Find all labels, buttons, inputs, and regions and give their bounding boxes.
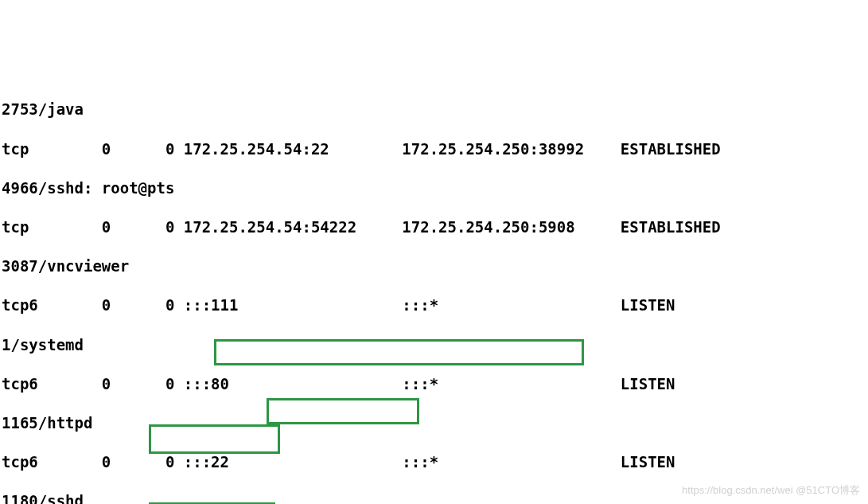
output-line: 3087/vncviewer: [2, 256, 866, 276]
output-line: 2753/java: [2, 100, 866, 119]
output-line: 4966/sshd: root@pts: [2, 178, 866, 198]
output-line: tcp 0 0 172.25.254.54:22 172.25.254.250:…: [2, 139, 866, 159]
output-line: tcp 0 0 172.25.254.54:54222 172.25.254.2…: [2, 217, 866, 237]
terminal-output[interactable]: 2753/java tcp 0 0 172.25.254.54:22 172.2…: [2, 80, 866, 504]
output-line: tcp6 0 0 :::80 :::* LISTEN: [2, 374, 866, 394]
watermark-text: https://blog.csdn.net/wei @51CTO博客: [682, 484, 860, 498]
output-line: 1165/httpd: [2, 413, 866, 433]
output-line: tcp6 0 0 :::111 :::* LISTEN: [2, 295, 866, 315]
output-line: tcp6 0 0 :::22 :::* LISTEN: [2, 452, 866, 472]
output-line: 1/systemd: [2, 335, 866, 355]
